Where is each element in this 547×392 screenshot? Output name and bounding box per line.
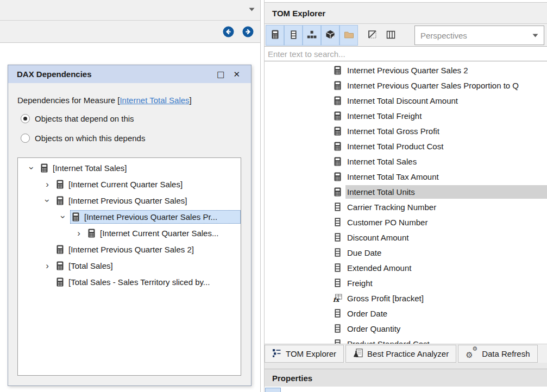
list-item[interactable]: Due Date (265, 245, 547, 260)
column-icon (290, 30, 297, 41)
search-input[interactable] (265, 47, 547, 61)
dependencies-description: Dependencies for Measure [Internet Total… (17, 96, 251, 105)
tab-data-refresh[interactable]: ⚙⚙Data Refresh (458, 345, 537, 363)
list-item-label: Internet Total Tax Amount (345, 170, 547, 184)
properties-toolbar-button[interactable] (265, 388, 281, 392)
toolbar-toggle-folders[interactable] (339, 25, 358, 46)
measure-icon (332, 187, 342, 197)
toolbar-toggle-objects[interactable] (321, 25, 339, 46)
description-suffix: ] (190, 96, 192, 105)
cube-icon (325, 30, 335, 41)
tab-best-practice-analyzer[interactable]: Best Practice Analyzer (345, 345, 456, 363)
chevron-collapsed-icon[interactable]: › (40, 261, 54, 270)
measure-icon (332, 111, 342, 121)
list-item[interactable]: Internet Previous Quarter Sales Proporti… (265, 78, 547, 93)
list-item-label: Order Quantity (345, 322, 547, 336)
radio-button-icon[interactable] (21, 134, 30, 143)
back-icon (223, 26, 234, 37)
tree-node[interactable]: ›[Internet Previous Quarter Sales] (18, 192, 241, 208)
toolbar-toggle-measures[interactable] (266, 25, 284, 46)
list-item[interactable]: Internet Previous Quarter Sales 2 (265, 62, 547, 78)
list-item[interactable]: Product Standard Cost (265, 336, 547, 344)
tab-label: Best Practice Analyzer (367, 349, 449, 358)
list-item[interactable]: Carrier Tracking Number (265, 199, 547, 214)
column-icon (332, 263, 342, 272)
dropdown-caret-icon[interactable] (249, 8, 255, 11)
list-item[interactable]: Internet Total Units (265, 184, 547, 199)
measure-icon (332, 96, 342, 105)
tree-node[interactable]: [Internet Previous Quarter Sales 2] (18, 241, 241, 257)
list-item[interactable]: Customer PO Number (265, 214, 547, 230)
tree-node[interactable]: ›[Internet Current Quarter Sales... (18, 225, 241, 241)
tab-tom-explorer[interactable]: TOM Explorer (265, 345, 344, 363)
tree-node-content[interactable]: [Internet Current Quarter Sales... (86, 226, 241, 240)
tree-node-content[interactable]: [Internet Total Sales] (39, 161, 241, 175)
list-item[interactable]: Discount Amount (265, 230, 547, 245)
list-item[interactable]: fxGross Profit [bracket] (265, 290, 547, 306)
chevron-down-icon (532, 34, 538, 37)
list-item[interactable]: Internet Total Product Cost (265, 138, 547, 154)
list-item-label: Customer PO Number (345, 216, 547, 229)
tab-label: TOM Explorer (286, 349, 336, 358)
radio-objects-this-depends-on[interactable]: Objects on which this depends (21, 132, 251, 144)
back-button[interactable] (223, 26, 234, 37)
radio-button-icon[interactable] (21, 114, 30, 123)
tree-node-label: [Total Sales - Sales Territory sliced by… (68, 277, 210, 287)
measure-icon (332, 127, 342, 136)
list-item[interactable]: Freight (265, 275, 547, 290)
dax-dependencies-dialog: DAX Dependencies □ ✕ Dependencies for Me… (8, 65, 252, 386)
tree-node-content[interactable]: [Total Sales] (54, 259, 241, 273)
list-item[interactable]: Internet Total Freight (265, 108, 547, 123)
tree-node[interactable]: [Total Sales - Sales Territory sliced by… (18, 274, 241, 290)
chevron-expanded-icon[interactable]: › (43, 193, 52, 207)
list-item-label: Due Date (345, 246, 547, 260)
folder-icon (344, 30, 354, 41)
measure-icon (56, 196, 65, 205)
chevron-collapsed-icon[interactable]: › (72, 229, 86, 238)
forward-button[interactable] (242, 26, 254, 37)
column-icon (332, 324, 342, 333)
tree-node[interactable]: ›[Internet Previous Quarter Sales Pr... (18, 208, 241, 225)
tree-node-content[interactable]: [Internet Previous Quarter Sales] (54, 194, 241, 207)
tree-node[interactable]: ›[Internet Total Sales] (18, 160, 241, 176)
list-item-label: Internet Total Gross Profit (345, 124, 547, 138)
tree-node[interactable]: ›[Internet Current Quarter Sales] (18, 176, 241, 192)
properties-header: Properties (265, 369, 547, 387)
list-item[interactable]: Internet Total Discount Amount (265, 93, 547, 108)
chevron-collapsed-icon[interactable]: › (40, 180, 54, 189)
toolbar-toggle-hierarchies[interactable] (303, 25, 321, 46)
list-item[interactable]: Internet Total Tax Amount (265, 169, 547, 184)
tree-node-content[interactable]: [Internet Current Quarter Sales] (54, 178, 241, 191)
chevron-expanded-icon[interactable]: › (27, 161, 36, 175)
list-item[interactable]: Order Quantity (265, 321, 547, 336)
dialog-titlebar[interactable]: DAX Dependencies □ ✕ (8, 65, 251, 83)
measure-link[interactable]: Internet Total Sales (120, 96, 189, 105)
radio-label: Objects that depend on this (35, 114, 134, 123)
list-item[interactable]: Extended Amount (265, 260, 547, 275)
perspectives-dropdown[interactable]: Perspectives (414, 26, 544, 45)
tree-node-content[interactable]: [Total Sales - Sales Territory sliced by… (54, 275, 241, 289)
measure-icon (87, 229, 96, 238)
toolbar-toggle-columns[interactable] (284, 25, 303, 46)
maximize-icon[interactable]: □ (212, 69, 229, 79)
measure-icon (56, 261, 65, 270)
list-item[interactable]: Order Date (265, 306, 547, 321)
radio-objects-depend-on-this[interactable]: Objects that depend on this (21, 112, 251, 124)
close-icon[interactable]: ✕ (229, 69, 244, 79)
toolbar-toggle-hidden-objects[interactable] (363, 25, 381, 46)
list-item[interactable]: Internet Total Sales (265, 154, 547, 169)
tree-node-content[interactable]: [Internet Previous Quarter Sales Pr... (70, 210, 241, 224)
columns-icon (386, 30, 395, 41)
tree-node-content[interactable]: [Internet Previous Quarter Sales 2] (54, 243, 241, 256)
chevron-expanded-icon[interactable]: › (59, 210, 68, 224)
svg-text:fx: fx (333, 296, 340, 303)
toolbar-toggle-partitions[interactable] (381, 25, 400, 46)
column-icon (332, 233, 342, 242)
list-item[interactable]: Internet Total Gross Profit (265, 123, 547, 138)
tree-node[interactable]: ›[Total Sales] (18, 257, 241, 274)
tom-explorer-toolbar: Perspectives (265, 24, 547, 47)
list-item-label: Internet Total Product Cost (345, 140, 547, 153)
tab-label: Data Refresh (482, 349, 530, 358)
radio-label: Objects on which this depends (35, 134, 145, 143)
measure-icon (72, 212, 80, 222)
